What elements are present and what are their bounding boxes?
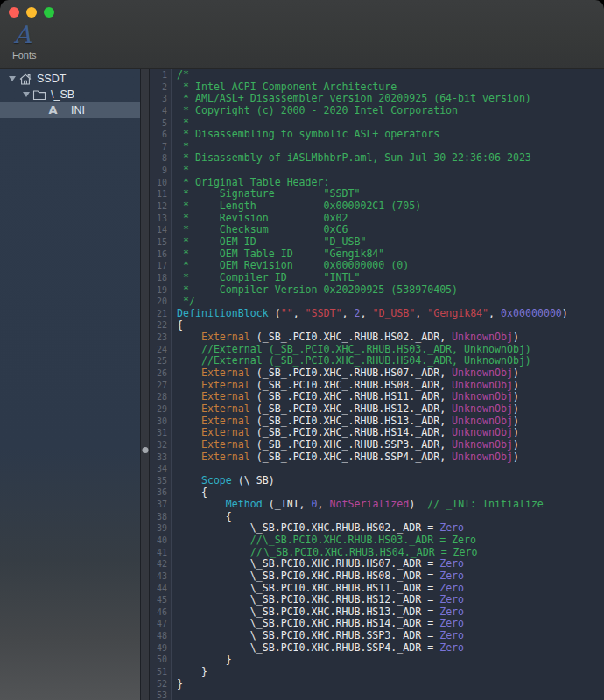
code-line[interactable]: 48 \_SB.PCI0.XHC.RHUB.SSP3._ADR = Zero: [150, 630, 604, 642]
disclosure-triangle-icon[interactable]: [21, 92, 32, 97]
code-line[interactable]: 15 * OEM ID "D_USB": [150, 236, 604, 248]
line-number: 38: [150, 511, 172, 523]
code-text: {: [172, 486, 207, 499]
code-line[interactable]: 27 External (_SB_.PCI0.XHC_.RHUB.HS08._A…: [150, 380, 604, 392]
code-line[interactable]: 42 \_SB.PCI0.XHC.RHUB.HS07._ADR = Zero: [150, 558, 604, 570]
code-line[interactable]: 12 * Length 0x000002C1 (705): [150, 200, 604, 213]
code-line[interactable]: 21DefinitionBlock ("", "SSDT", 2, "D_USB…: [150, 308, 604, 320]
code-text: * Compiler Version 0x20200925 (538970405…: [172, 284, 458, 297]
sidebar-item-ini[interactable]: A_INI: [0, 102, 140, 118]
sidebar-item-sb[interactable]: \_SB: [0, 87, 140, 102]
line-number: 30: [150, 416, 172, 428]
code-line[interactable]: 9 *: [150, 164, 604, 177]
code-line[interactable]: 33 External (_SB_.PCI0.XHC_.RHUB.SSP4._A…: [150, 452, 604, 464]
disclosure-triangle-icon[interactable]: [7, 76, 18, 81]
method-icon: A: [46, 104, 60, 116]
code-line[interactable]: 11 * Signature "SSDT": [150, 188, 604, 200]
code-line[interactable]: 16 * OEM Table ID "Gengik84": [150, 248, 604, 261]
code-line[interactable]: 23 External (_SB_.PCI0.XHC_.RHUB.HS02._A…: [150, 332, 604, 344]
line-number: 49: [150, 642, 172, 654]
code-line[interactable]: 45 \_SB.PCI0.XHC.RHUB.HS12._ADR = Zero: [150, 594, 604, 606]
code-line[interactable]: 46 \_SB.PCI0.XHC.RHUB.HS13._ADR = Zero: [150, 606, 604, 619]
code-line[interactable]: 18 * Compiler ID "INTL": [150, 272, 604, 284]
code-line[interactable]: 1/*: [150, 69, 604, 81]
code-line[interactable]: 31 External (_SB_.PCI0.XHC_.RHUB.HS14._A…: [150, 427, 604, 439]
code-text: //\_SB.PCI0.XHC.RHUB.HS03._ADR = Zero: [172, 535, 476, 547]
code-line[interactable]: 24 //External (_SB_.PCI0.XHC_.RHUB.HS03.…: [150, 344, 604, 356]
code-line[interactable]: 6 * Disassembling to symbolic ASL+ opera…: [150, 129, 604, 141]
line-number: 28: [150, 391, 172, 403]
code-editor[interactable]: 1/*2 * Intel ACPI Component Architecture…: [150, 69, 604, 700]
code-text: *: [172, 164, 189, 177]
close-button[interactable]: [9, 7, 19, 18]
code-line[interactable]: 49 \_SB.PCI0.XHC.RHUB.SSP4._ADR = Zero: [150, 642, 604, 654]
code-text: Method (_INI, 0, NotSerialized) // _INI:…: [172, 499, 544, 511]
code-line[interactable]: 14 * Checksum 0xC6: [150, 224, 604, 236]
fonts-button[interactable]: A Fonts: [12, 23, 51, 60]
code-line[interactable]: 53: [150, 690, 604, 700]
code-line[interactable]: 35 Scope (\_SB): [150, 475, 604, 487]
traffic-lights: [9, 7, 54, 18]
line-number: 20: [150, 296, 172, 308]
code-lines[interactable]: 1/*2 * Intel ACPI Component Architecture…: [150, 69, 604, 700]
code-line[interactable]: 37 Method (_INI, 0, NotSerialized) // _I…: [150, 499, 604, 511]
line-number: 19: [150, 284, 172, 297]
code-line[interactable]: 22{: [150, 319, 604, 332]
code-line[interactable]: 44 \_SB.PCI0.XHC.RHUB.HS11._ADR = Zero: [150, 583, 604, 595]
code-text: \_SB.PCI0.XHC.RHUB.HS14._ADR = Zero: [172, 618, 464, 630]
line-number: 42: [150, 558, 172, 570]
code-line[interactable]: 47 \_SB.PCI0.XHC.RHUB.HS14._ADR = Zero: [150, 618, 604, 630]
code-text: Scope (\_SB): [172, 475, 275, 487]
code-line[interactable]: 43 \_SB.PCI0.XHC.RHUB.HS08._ADR = Zero: [150, 570, 604, 583]
divider-drag-dot[interactable]: [142, 447, 148, 453]
code-line[interactable]: 26 External (_SB_.PCI0.XHC_.RHUB.HS07._A…: [150, 368, 604, 380]
code-line[interactable]: 19 * Compiler Version 0x20200925 (538970…: [150, 284, 604, 297]
minimize-button[interactable]: [26, 7, 37, 18]
code-line[interactable]: 34: [150, 463, 604, 475]
code-line[interactable]: 20 */: [150, 296, 604, 308]
line-number: 35: [150, 475, 172, 487]
code-text: {: [172, 319, 183, 332]
code-line[interactable]: 25 //External (_SB_.PCI0.XHC_.RHUB.HS04.…: [150, 355, 604, 368]
code-line[interactable]: 13 * Revision 0x02: [150, 213, 604, 225]
code-line[interactable]: 52}: [150, 678, 604, 690]
code-text: [172, 690, 177, 700]
line-number: 23: [150, 332, 172, 344]
code-text: * Copyright (c) 2000 - 2020 Intel Corpor…: [172, 105, 458, 117]
code-line[interactable]: 10 * Original Table Header:: [150, 177, 604, 189]
code-line[interactable]: 2 * Intel ACPI Component Architecture: [150, 81, 604, 94]
code-line[interactable]: 41 //\_SB.PCI0.XHC.RHUB.HS04._ADR = Zero: [150, 547, 604, 559]
split-divider[interactable]: [140, 69, 150, 700]
line-number: 6: [150, 129, 172, 141]
line-number: 11: [150, 188, 172, 200]
sidebar-item-ssdt[interactable]: SSDT: [0, 71, 140, 87]
code-text: * Revision 0x02: [172, 213, 348, 225]
code-line[interactable]: 5 *: [150, 117, 604, 130]
code-line[interactable]: 39 \_SB.PCI0.XHC.RHUB.HS02._ADR = Zero: [150, 522, 604, 535]
sidebar-item-label: SSDT: [37, 73, 66, 85]
code-line[interactable]: 17 * OEM Revision 0x00000000 (0): [150, 260, 604, 272]
line-number: 17: [150, 260, 172, 272]
code-line[interactable]: 32 External (_SB_.PCI0.XHC_.RHUB.SSP3._A…: [150, 439, 604, 452]
code-line[interactable]: 36 {: [150, 486, 604, 499]
code-line[interactable]: 38 {: [150, 511, 604, 523]
code-text: [172, 463, 177, 475]
code-line[interactable]: 50 }: [150, 654, 604, 666]
code-line[interactable]: 8 * Disassembly of iASLMbhbrP.aml, Sun J…: [150, 152, 604, 164]
code-line[interactable]: 4 * Copyright (c) 2000 - 2020 Intel Corp…: [150, 105, 604, 117]
zoom-button[interactable]: [44, 7, 54, 18]
code-line[interactable]: 29 External (_SB_.PCI0.XHC_.RHUB.HS12._A…: [150, 403, 604, 416]
code-line[interactable]: 7 *: [150, 141, 604, 153]
line-number: 41: [150, 547, 172, 559]
code-text: //\_SB.PCI0.XHC.RHUB.HS04._ADR = Zero: [172, 547, 478, 559]
code-text: External (_SB_.PCI0.XHC_.RHUB.HS11._ADR,…: [172, 391, 519, 403]
code-text: * Intel ACPI Component Architecture: [172, 81, 397, 94]
line-number: 8: [150, 152, 172, 164]
code-line[interactable]: 3 * AML/ASL+ Disassembler version 202009…: [150, 93, 604, 105]
code-line[interactable]: 28 External (_SB_.PCI0.XHC_.RHUB.HS11._A…: [150, 391, 604, 403]
code-line[interactable]: 30 External (_SB_.PCI0.XHC_.RHUB.HS13._A…: [150, 416, 604, 428]
code-line[interactable]: 40 //\_SB.PCI0.XHC.RHUB.HS03._ADR = Zero: [150, 535, 604, 547]
line-number: 46: [150, 606, 172, 619]
code-line[interactable]: 51 }: [150, 666, 604, 678]
line-number: 2: [150, 81, 172, 94]
